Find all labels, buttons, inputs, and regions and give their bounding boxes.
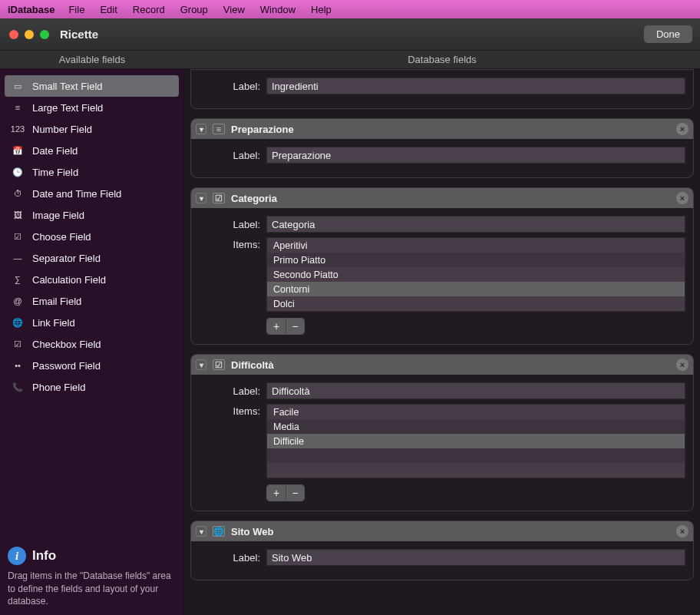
available-field-label: Small Text Field [32, 81, 103, 92]
sitoweb-label-input[interactable] [266, 549, 685, 566]
section-title: Sito Web [231, 526, 273, 537]
available-field-date-field[interactable]: 📅Date Field [5, 140, 179, 161]
link-field-icon: 🌐 [11, 317, 25, 328]
menu-group[interactable]: Group [180, 4, 208, 15]
sitoweb-label-text: Label: [199, 552, 266, 564]
field-section-difficolta[interactable]: ▾ ☑ Difficoltà × Label: Items: FacileMed… [190, 354, 694, 511]
difficolta-label-input[interactable] [266, 382, 685, 399]
choose-item-empty[interactable] [267, 448, 685, 463]
categoria-add-remove: + − [266, 318, 305, 335]
available-field-number-field[interactable]: 123Number Field [5, 118, 179, 140]
delete-field-button[interactable]: × [676, 359, 688, 371]
app-menu[interactable]: iDatabase [8, 4, 54, 15]
datetime-field-icon: ⏱ [11, 188, 25, 199]
checkbox-field-icon: ☑ [11, 339, 25, 349]
add-item-button[interactable]: + [267, 485, 286, 501]
system-menu-bar: iDatabase File Edit Record Group View Wi… [0, 0, 700, 18]
menu-record[interactable]: Record [133, 4, 165, 15]
window-title: Ricette [60, 28, 98, 41]
categoria-items-text: Items: [199, 237, 266, 335]
available-field-label: Choose Field [32, 231, 91, 243]
field-section-sito-web[interactable]: ▾ 🌐 Sito Web × Label: [190, 521, 694, 580]
menu-view[interactable]: View [223, 4, 245, 15]
categoria-items-list[interactable]: AperitiviPrimo PiattoSecondo PiattoConto… [266, 237, 685, 312]
section-title: Preparazione [231, 124, 294, 135]
available-fields-sidebar: ▭Small Text Field≡Large Text Field123Num… [0, 69, 184, 615]
disclosure-toggle[interactable]: ▾ [196, 359, 206, 370]
available-field-choose-field[interactable]: ☑Choose Field [5, 226, 179, 247]
remove-item-button[interactable]: − [286, 485, 304, 501]
disclosure-toggle[interactable]: ▾ [196, 124, 206, 134]
menu-edit[interactable]: Edit [100, 4, 117, 15]
available-field-label: Phone Field [32, 382, 85, 393]
menu-window[interactable]: Window [260, 4, 296, 15]
available-field-checkbox-field[interactable]: ☑Checkbox Field [5, 333, 179, 355]
difficolta-items-list[interactable]: FacileMediaDifficile [266, 404, 685, 478]
available-field-email-field[interactable]: @Email Field [5, 290, 179, 312]
date-field-icon: 📅 [11, 145, 25, 156]
field-section-categoria[interactable]: ▾ ☑ Categoria × Label: Items: AperitiviP… [190, 187, 694, 345]
available-field-label: Password Field [32, 360, 101, 372]
section-title: Categoria [231, 193, 277, 204]
choose-item[interactable]: Dolci [267, 296, 685, 311]
choose-item[interactable]: Aperitivi [267, 238, 685, 253]
window-minimize-button[interactable] [25, 30, 34, 39]
available-field-label: Separator Field [32, 253, 101, 264]
available-field-image-field[interactable]: 🖼Image Field [5, 204, 179, 226]
delete-field-button[interactable]: × [676, 192, 688, 204]
window-zoom-button[interactable] [40, 30, 49, 39]
choose-item[interactable]: Media [267, 419, 685, 434]
available-field-calculation-field[interactable]: ∑Calculation Field [5, 269, 179, 290]
choose-item[interactable]: Primo Piatto [267, 253, 685, 267]
menu-file[interactable]: File [68, 4, 84, 15]
large-text-field-icon: ≡ [213, 124, 225, 134]
field-section-preparazione[interactable]: ▾ ≡ Preparazione × Label: [190, 118, 694, 178]
available-field-date-and-time-field[interactable]: ⏱Date and Time Field [5, 183, 179, 204]
available-field-small-text-field[interactable]: ▭Small Text Field [5, 75, 179, 97]
categoria-label-input[interactable] [266, 216, 685, 233]
delete-field-button[interactable]: × [676, 525, 688, 537]
available-fields-list: ▭Small Text Field≡Large Text Field123Num… [5, 75, 179, 544]
field-section-ingredienti[interactable]: Label: [190, 69, 694, 109]
database-fields-editor[interactable]: Label: ▾ ≡ Preparazione × Label: ▾ [184, 69, 700, 615]
available-field-label: Time Field [32, 167, 78, 178]
small-text-field-icon: ▭ [11, 81, 25, 91]
available-field-phone-field[interactable]: 📞Phone Field [5, 376, 179, 398]
info-text: Drag items in the "Database fields" area… [8, 570, 176, 607]
available-field-password-field[interactable]: ••Password Field [5, 355, 179, 376]
ingredienti-label-input[interactable] [266, 78, 685, 94]
choose-item-empty[interactable] [267, 463, 685, 478]
available-field-label: Link Field [32, 317, 75, 329]
choose-item[interactable]: Contorni [267, 282, 685, 296]
done-button[interactable]: Done [644, 25, 692, 43]
disclosure-toggle[interactable]: ▾ [196, 193, 206, 203]
difficolta-add-remove: + − [266, 484, 305, 501]
available-field-time-field[interactable]: 🕒Time Field [5, 161, 179, 183]
preparazione-label-input[interactable] [266, 147, 685, 164]
delete-field-button[interactable]: × [676, 123, 688, 135]
number-field-icon: 123 [11, 124, 25, 134]
info-icon: i [8, 547, 26, 565]
choose-item[interactable]: Difficile [267, 434, 685, 448]
available-field-label: Calculation Field [32, 274, 106, 286]
window-close-button[interactable] [9, 30, 18, 39]
add-item-button[interactable]: + [267, 319, 286, 334]
preparazione-label-text: Label: [199, 150, 266, 161]
difficolta-items-text: Items: [199, 404, 266, 501]
phone-field-icon: 📞 [11, 382, 25, 392]
choose-item[interactable]: Secondo Piatto [267, 267, 685, 282]
disclosure-toggle[interactable]: ▾ [196, 526, 206, 537]
remove-item-button[interactable]: − [286, 319, 304, 334]
available-field-separator-field[interactable]: —Separator Field [5, 247, 179, 269]
available-field-link-field[interactable]: 🌐Link Field [5, 312, 179, 333]
column-header-bar: Available fields Database fields [0, 51, 700, 69]
calculation-field-icon: ∑ [11, 274, 25, 285]
categoria-label-text: Label: [199, 219, 266, 230]
choose-item[interactable]: Facile [267, 405, 685, 419]
section-title: Difficoltà [231, 359, 274, 371]
available-field-large-text-field[interactable]: ≡Large Text Field [5, 97, 179, 118]
link-field-icon: 🌐 [213, 526, 225, 537]
menu-help[interactable]: Help [311, 4, 332, 15]
available-field-label: Large Text Field [32, 102, 103, 114]
available-field-label: Date Field [32, 145, 78, 157]
